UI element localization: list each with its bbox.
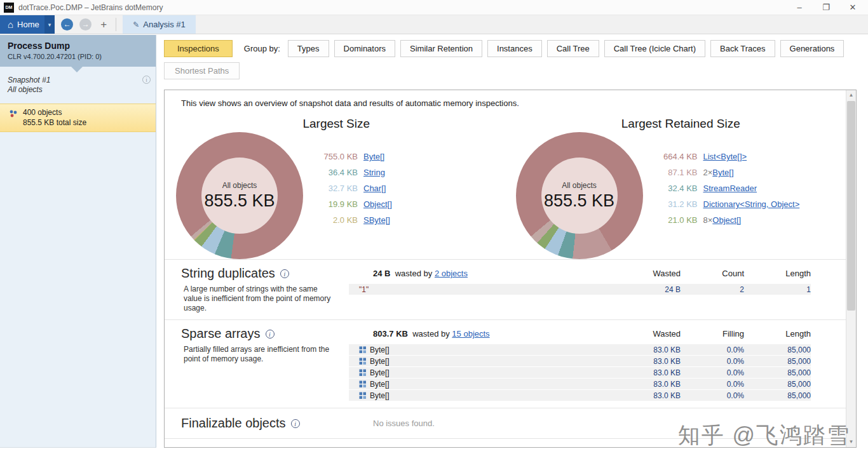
type-link[interactable]: Object[] [363,199,392,209]
donut-center-label: All objects [222,181,257,190]
tab-buttons: TypesDominatorsSimilar RetentionInstance… [288,40,844,57]
donut-center: All objects 855.5 KB [201,158,278,234]
cell-value: 85,000 [744,391,811,400]
table-row[interactable]: Byte[]83.0 KB0.0%85,000 [349,344,811,355]
cell-value: 83.0 KB [611,357,681,366]
sparse-arrays-table: Byte[]83.0 KB0.0%85,000Byte[]83.0 KB0.0%… [348,342,846,408]
section-title: Sparse arrays [181,326,261,341]
sidebar-item-all-objects[interactable]: 400 objects 855.5 KB total size [0,104,156,132]
array-icon [359,380,367,388]
type-link[interactable]: Byte[] [363,152,384,161]
column-header: Count [681,269,744,278]
objects-link[interactable]: 2 objects [435,269,468,278]
legend-value: 32.4 KB [657,180,698,196]
chevron-down-icon: ▾ [48,22,51,28]
legend-value: 32.7 KB [317,180,358,196]
type-link[interactable]: String [363,168,385,177]
column-header: Length [744,269,811,278]
scrollbar-thumb[interactable] [847,101,855,311]
cell-value: 85,000 [744,357,811,366]
chart-title: Largest Size [176,117,497,131]
table-row[interactable]: "1"24 B21 [349,284,811,295]
back-icon: ← [64,20,71,29]
donut-center-value: 855.5 KB [204,191,275,211]
info-icon[interactable]: i [280,269,289,278]
home-button[interactable]: ⌂ Home [0,15,44,34]
legend-value: 21.0 KB [657,212,698,228]
row-name: Byte[] [349,368,611,377]
tab-inspections[interactable]: Inspections [164,40,233,57]
legend-item: 32.7 KBChar[] [317,180,392,196]
table-row[interactable]: Byte[]83.0 KB0.0%85,000 [349,356,811,366]
table-row[interactable]: Byte[]83.0 KB0.0%85,000 [349,379,811,389]
vertical-scrollbar[interactable]: ▲ ▼ [846,90,856,447]
toolbar: ⌂ Home ▾ ← → + ✎ Analysis #1 [0,15,868,34]
window-title: dotTrace.Poc.DMP – JetBrains dotMemory [18,3,794,12]
array-icon [359,392,367,399]
home-label: Home [17,20,39,29]
row-name: Byte[] [349,391,611,400]
type-link[interactable]: Dictionary<String, Object> [703,199,800,209]
snapshot-block: Snapshot #1 All objects i [0,67,156,98]
tab-dominators[interactable]: Dominators [334,40,395,57]
forward-button[interactable]: → [79,18,92,30]
type-link[interactable]: Byte[] [712,168,733,177]
legend-item: 21.0 KB8×Object[] [657,212,800,228]
analysis-tab-label: Analysis #1 [143,20,185,29]
tab-call-tree-icicle-chart-[interactable]: Call Tree (Icicle Chart) [604,40,705,57]
type-link[interactable]: Object[] [712,215,741,225]
new-analysis-button[interactable]: + [98,18,109,31]
cell-value: 0.0% [681,357,744,366]
tab-instances[interactable]: Instances [487,40,542,57]
wasted-amount: 803.7 KB [373,329,410,339]
objects-icon [9,109,18,128]
cell-value: 85,000 [744,380,811,389]
section-description: A large number of strings with the same … [165,282,348,319]
type-link[interactable]: StreamReader [703,184,757,193]
string-duplicates-table: "1"24 B21 [348,282,846,319]
legend-value: 36.4 KB [317,164,358,180]
objects-link[interactable]: 15 objects [452,329,489,339]
process-subtitle: CLR v4.700.20.47201 (PID: 0) [8,53,148,60]
plus-icon: + [100,18,107,30]
donut-center-value: 855.5 KB [544,191,614,211]
multiplier-prefix: 2× [703,168,713,177]
tab-types[interactable]: Types [288,40,329,57]
type-link[interactable]: Char[] [363,184,386,193]
legend-value: 755.0 KB [317,149,358,164]
wasted-amount: 24 B [373,269,393,278]
home-dropdown-button[interactable]: ▾ [44,15,55,34]
maximize-button[interactable]: ❐ [821,3,831,12]
close-button[interactable]: ✕ [848,3,858,12]
tab-back-traces[interactable]: Back Traces [710,40,775,57]
info-icon[interactable]: i [266,330,275,339]
sparse-arrays-section: Sparse arrays i 803.7 KB wasted by 15 ob… [165,319,846,408]
type-link[interactable]: List<Byte[]> [703,152,747,161]
scroll-up-icon[interactable]: ▲ [846,90,856,100]
snapshot-info-icon[interactable]: i [142,76,151,84]
multiplier-prefix: 8× [703,215,713,225]
legend-value: 19.9 KB [317,196,358,212]
tab-call-tree[interactable]: Call Tree [547,40,599,57]
info-icon[interactable]: i [291,419,300,428]
tab-generations[interactable]: Generations [780,40,844,57]
row-name: Byte[] [349,346,611,354]
chart-legend: 664.4 KBList<Byte[]>87.1 KB2×Byte[]32.4 … [657,149,800,259]
tab-shortest-paths[interactable]: Shortest Paths [164,62,240,79]
cell-value: 24 B [611,285,681,294]
tab-similar-retention[interactable]: Similar Retention [400,40,482,57]
type-link[interactable]: SByte[] [363,215,390,225]
overview-note: This view shows an overview of snapshot … [181,98,846,108]
back-button[interactable]: ← [61,18,73,30]
largest-retained-size-chart: Largest Retained Size All objects 855.5 … [516,117,846,259]
tab-analysis-1[interactable]: ✎ Analysis #1 [123,15,196,34]
array-icon [359,358,367,365]
section-title: String duplicates [181,266,275,281]
legend-item: 19.9 KBObject[] [317,196,392,212]
legend-label: 2×Byte[] [703,164,734,180]
process-dump-header: Process Dump CLR v4.700.20.47201 (PID: 0… [0,35,156,67]
table-row[interactable]: Byte[]83.0 KB0.0%85,000 [349,390,811,401]
legend-label: StreamReader [703,180,757,196]
minimize-button[interactable]: – [794,3,804,12]
table-row[interactable]: Byte[]83.0 KB0.0%85,000 [349,367,811,378]
